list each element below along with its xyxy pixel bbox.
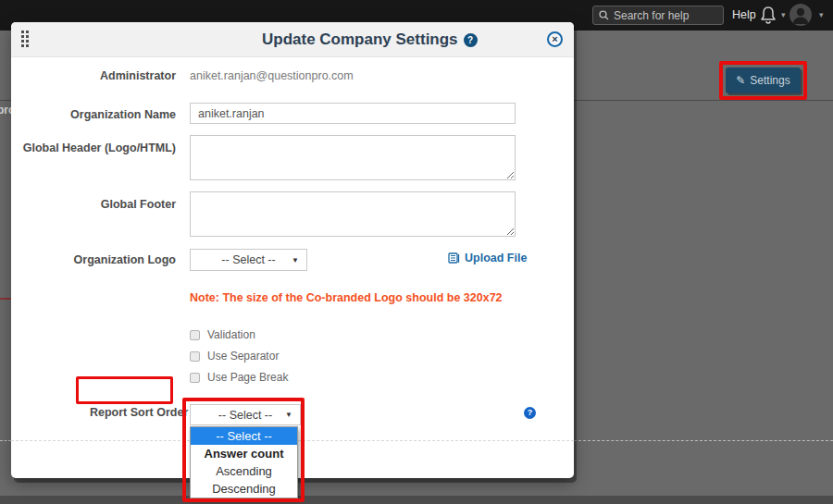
use-page-break-checkbox[interactable]: Use Page Break xyxy=(190,371,288,384)
report-sort-dropdown-list: -- Select -- Answer count Ascending Desc… xyxy=(190,426,298,498)
background-divider-left xyxy=(0,100,11,101)
organization-name-label: Organization Name xyxy=(11,108,176,121)
dropdown-option-answer-count[interactable]: Answer count xyxy=(191,445,297,462)
organization-name-input[interactable] xyxy=(190,103,516,124)
checkbox-icon xyxy=(190,373,200,383)
background-footer-band xyxy=(0,496,833,504)
checkbox-icon xyxy=(190,330,200,340)
upload-file-label: Upload File xyxy=(465,252,527,264)
organization-logo-label: Organization Logo xyxy=(11,253,176,266)
logo-size-note: Note: The size of the Co-branded Logo sh… xyxy=(190,291,503,304)
validation-checkbox[interactable]: Validation xyxy=(190,328,255,341)
avatar[interactable] xyxy=(789,4,812,26)
search-input[interactable] xyxy=(614,9,715,22)
select-arrow-icon: ▼ xyxy=(292,256,299,264)
pencil-icon: ✎ xyxy=(736,74,745,87)
validation-checkbox-label: Validation xyxy=(207,328,255,341)
modal-header: Update Company Settings? × xyxy=(11,22,574,57)
use-page-break-checkbox-label: Use Page Break xyxy=(207,371,288,384)
settings-button[interactable]: ✎ Settings xyxy=(726,68,801,93)
close-icon[interactable]: × xyxy=(547,31,563,47)
use-separator-checkbox[interactable]: Use Separator xyxy=(190,350,279,363)
title-help-icon[interactable]: ? xyxy=(464,33,478,47)
report-sort-order-select[interactable]: -- Select -- ▼ xyxy=(190,404,301,425)
checkbox-icon xyxy=(190,351,200,362)
update-company-settings-modal: Update Company Settings? × Administrator… xyxy=(11,22,574,478)
background-red-divider xyxy=(0,298,11,300)
global-header-textarea[interactable] xyxy=(190,135,516,180)
screen: pro Help ▾ ▾ ✎ xyxy=(0,0,833,504)
global-footer-label: Global Footer xyxy=(11,198,176,211)
background-divider-right xyxy=(574,100,833,101)
modal-title: Update Company Settings? xyxy=(262,22,478,57)
dropdown-option-select[interactable]: -- Select -- xyxy=(191,427,297,445)
global-header-label: Global Header (Logo/HTML) xyxy=(11,141,176,154)
report-sort-order-label: Report Sort Order xyxy=(90,401,181,424)
report-sort-order-select-value: -- Select -- xyxy=(218,409,272,422)
user-icon xyxy=(789,4,812,26)
notifications-bell-icon[interactable] xyxy=(758,5,778,30)
organization-logo-select[interactable]: -- Select -- ▼ xyxy=(190,249,307,271)
administrator-label: Administrator xyxy=(11,69,176,82)
organization-logo-select-value: -- Select -- xyxy=(221,253,275,266)
settings-button-label: Settings xyxy=(750,74,789,87)
help-search-box[interactable] xyxy=(592,6,724,25)
drag-handle-icon[interactable] xyxy=(21,31,29,47)
select-arrow-icon: ▼ xyxy=(285,411,292,419)
dropdown-option-ascending[interactable]: Ascending xyxy=(191,462,297,480)
avatar-caret-down-icon[interactable]: ▾ xyxy=(819,10,824,19)
upload-file-icon xyxy=(448,252,460,264)
use-separator-checkbox-label: Use Separator xyxy=(207,350,279,363)
search-icon xyxy=(599,10,609,20)
global-footer-textarea[interactable] xyxy=(190,191,516,237)
administrator-value: aniket.ranjan@questionpro.com xyxy=(190,69,354,82)
report-sort-help-icon[interactable]: ? xyxy=(524,407,536,419)
background-dashed-left xyxy=(0,440,11,441)
dropdown-option-descending[interactable]: Descending xyxy=(191,480,297,498)
bell-caret-down-icon[interactable]: ▾ xyxy=(781,10,786,19)
help-link[interactable]: Help xyxy=(732,8,756,21)
upload-file-link[interactable]: Upload File xyxy=(448,252,527,264)
background-dashed-right xyxy=(574,440,833,441)
